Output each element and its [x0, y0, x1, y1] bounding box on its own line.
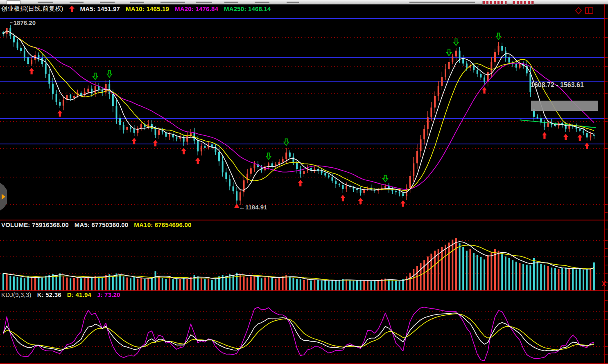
buy-signal-arrow [400, 200, 405, 207]
buy-signal-arrow [195, 157, 200, 164]
kdj-j-value: J: 73.20 [97, 291, 120, 298]
buy-signal-arrow [181, 148, 186, 154]
sell-signal-arrow [383, 175, 388, 182]
buy-signal-arrow [577, 134, 582, 141]
close-pane-button[interactable]: X [601, 281, 607, 288]
volume-pane-header: VOLUME: 75916368.00 MA5: 67750360.00 MA1… [1, 221, 192, 228]
instrument-title: 创业板指(日线.前复权) [1, 5, 63, 13]
flyout-arrow-icon [2, 194, 5, 200]
buy-signal-arrow [298, 180, 303, 186]
sell-signal-arrow [447, 49, 452, 56]
sell-signal-arrow [496, 33, 501, 40]
kdj-name: KDJ(9,3,3) [1, 291, 32, 298]
gap-highlight-box [531, 101, 598, 111]
ma10-value: MA10: 1465.19 [126, 5, 169, 12]
up-arrow-icon [69, 6, 75, 12]
main-chart-header: 创业板指(日线.前复权) MA5: 1451.97 MA10: 1465.19 … [1, 5, 271, 13]
volume-ma10-value: MA10: 67654696.00 [134, 221, 191, 228]
kdj-k-value: K: 52.36 [37, 291, 61, 298]
kdj-pane-header: KDJ(9,3,3) K: 52.36 D: 41.94 J: 73.20 [1, 291, 120, 298]
sell-signal-arrow [93, 73, 98, 80]
lowest-price-label: ←1184.91 [239, 204, 267, 211]
sell-signal-arrow [107, 71, 112, 77]
buy-signal-arrow [132, 138, 137, 144]
ma20-value: MA20: 1476.84 [175, 5, 218, 12]
candlestick-chart-canvas[interactable] [0, 0, 608, 364]
buy-signal-arrow [358, 198, 363, 204]
buy-signal-arrow [153, 140, 158, 146]
volume-value: VOLUME: 75916368.00 [1, 221, 69, 228]
sell-signal-arrow [284, 139, 289, 145]
sell-signal-arrow [454, 39, 459, 45]
buy-signal-arrow [57, 110, 62, 117]
buy-signal-arrow [542, 132, 547, 139]
ma250-value: MA250: 1468.14 [224, 5, 271, 12]
buy-signal-arrow [563, 134, 568, 140]
stock-app-window: 创业板指(日线.前复权) MA5: 1451.97 MA10: 1465.19 … [0, 0, 608, 364]
buy-signal-arrow [29, 68, 34, 74]
split-window-icon[interactable] [585, 8, 593, 13]
low-marker-triangle [234, 203, 239, 208]
ma5-value: MA5: 1451.97 [80, 5, 120, 12]
diamond-icon[interactable] [576, 7, 581, 14]
pane-corner-icons [575, 7, 594, 15]
volume-ma5-value: MA5: 67750360.00 [75, 221, 129, 228]
buy-signal-arrow [340, 195, 345, 201]
sell-signal-arrow [266, 153, 271, 160]
kdj-d-value: D: 41.94 [67, 291, 91, 298]
highest-price-label: ~1876.20 [10, 19, 36, 26]
gap-range-label: 1608.72 - 1563.61 [531, 81, 584, 89]
buy-signal-arrow [482, 87, 487, 94]
